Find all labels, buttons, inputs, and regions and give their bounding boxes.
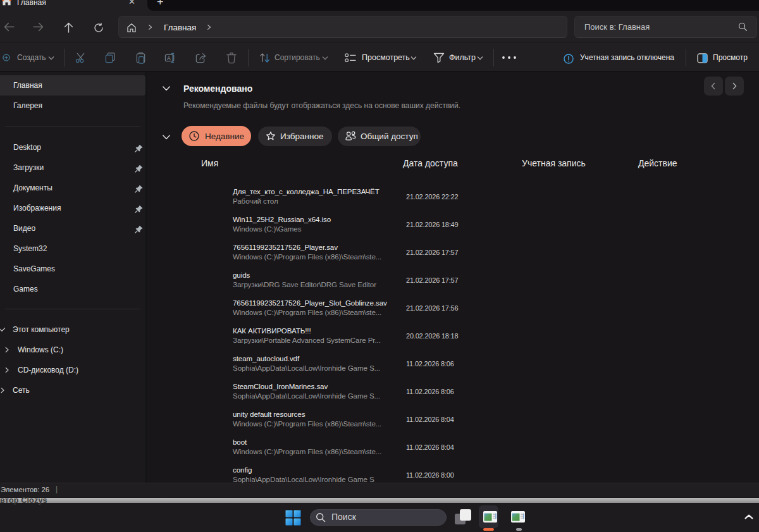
svg-text:A: A — [167, 55, 171, 61]
